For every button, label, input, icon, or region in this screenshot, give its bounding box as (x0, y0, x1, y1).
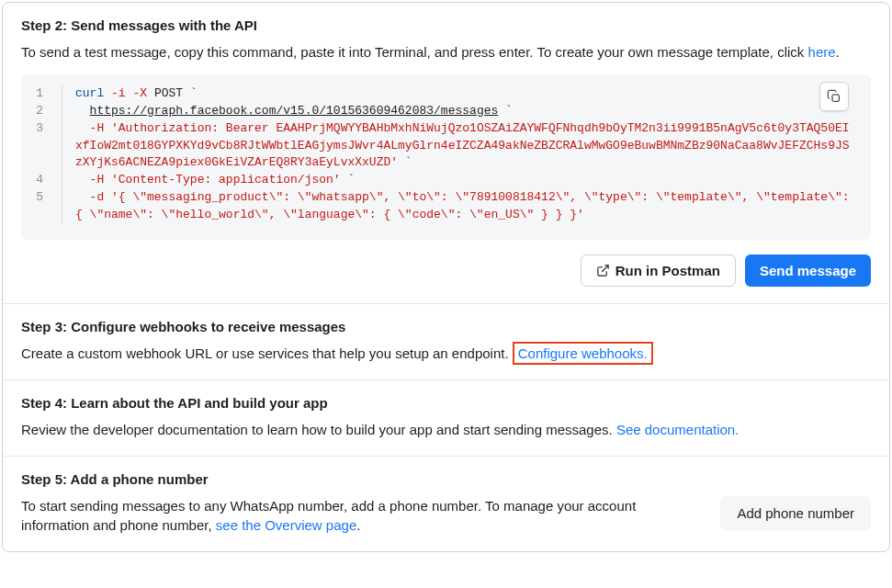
external-link-icon (596, 264, 610, 277)
step-2-title: Step 2: Send messages with the API (21, 17, 871, 33)
code-block[interactable]: 1 curl -i -X POST ` 2 https://graph.face… (21, 74, 871, 240)
copy-icon (827, 89, 841, 104)
code-line-4: 4 -H 'Content-Type: application/json' ` (21, 172, 871, 189)
add-phone-number-button[interactable]: Add phone number (720, 496, 871, 530)
overview-page-link[interactable]: see the Overview page (216, 517, 356, 533)
step-3-description: Create a custom webhook URL or use servi… (21, 344, 871, 363)
step-3-section: Step 3: Configure webhooks to receive me… (3, 304, 889, 380)
step-2-desc-text: To send a test message, copy this comman… (21, 44, 808, 60)
run-in-postman-button[interactable]: Run in Postman (581, 254, 736, 287)
line-number: 3 (36, 120, 62, 173)
code-line-2: 2 https://graph.facebook.com/v15.0/10156… (21, 103, 871, 120)
step-5-row: To start sending messages to any WhatsAp… (21, 496, 871, 535)
step-4-desc-text: Review the developer documentation to le… (21, 422, 616, 437)
code-line-5: 5 -d '{ \"messaging_product\": \"whatsap… (21, 189, 871, 224)
step-3-title: Step 3: Configure webhooks to receive me… (21, 319, 871, 334)
main-panel: Step 2: Send messages with the API To se… (2, 2, 890, 552)
add-phone-number-label: Add phone number (737, 505, 854, 521)
step-4-title: Step 4: Learn about the API and build yo… (21, 395, 871, 411)
code-line-1: 1 curl -i -X POST ` (21, 85, 871, 103)
code-line-3: 3 -H 'Authorization: Bearer EAAHPrjMQWYY… (21, 120, 871, 173)
step-4-description: Review the developer documentation to le… (21, 420, 871, 439)
line-number: 2 (36, 103, 62, 120)
step-2-desc-suffix: . (836, 44, 840, 60)
send-message-button[interactable]: Send message (745, 254, 871, 287)
code-block-wrapper: 1 curl -i -X POST ` 2 https://graph.face… (21, 74, 871, 240)
step-5-description: To start sending messages to any WhatsAp… (21, 496, 702, 535)
configure-webhooks-link[interactable]: Configure webhooks. (518, 345, 648, 361)
highlight-annotation: Configure webhooks. (513, 342, 653, 365)
send-message-label: Send message (760, 263, 856, 278)
code-content: -H 'Authorization: Bearer EAAHPrjMQWYYBA… (62, 120, 856, 173)
svg-line-1 (602, 266, 608, 272)
run-in-postman-label: Run in Postman (615, 263, 720, 278)
message-template-link[interactable]: here (808, 44, 836, 60)
code-content: -d '{ \"messaging_product\": \"whatsapp\… (62, 189, 856, 224)
line-number: 5 (36, 189, 62, 224)
code-content: curl -i -X POST ` (62, 85, 856, 103)
step-4-section: Step 4: Learn about the API and build yo… (3, 380, 889, 457)
step-3-desc-text: Create a custom webhook URL or use servi… (21, 345, 513, 361)
svg-rect-0 (832, 95, 839, 101)
code-content: -H 'Content-Type: application/json' ` (62, 172, 856, 189)
step-5-title: Step 5: Add a phone number (21, 471, 871, 487)
copy-code-button[interactable] (819, 82, 849, 111)
line-number: 4 (36, 172, 62, 189)
step-2-actions: Run in Postman Send message (21, 254, 871, 287)
code-content: https://graph.facebook.com/v15.0/1015636… (62, 103, 856, 120)
step-5-section: Step 5: Add a phone number To start send… (3, 457, 889, 551)
see-documentation-link[interactable]: See documentation. (616, 422, 739, 437)
step-2-description: To send a test message, copy this comman… (21, 42, 871, 62)
line-number: 1 (36, 85, 62, 103)
step-2-section: Step 2: Send messages with the API To se… (3, 3, 889, 304)
step-5-desc-suffix: . (356, 517, 360, 533)
